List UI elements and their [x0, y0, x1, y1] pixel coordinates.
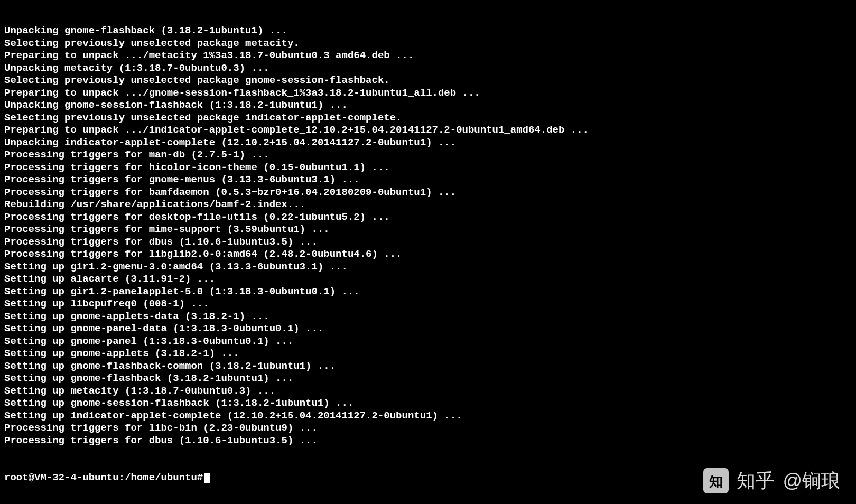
terminal-line: Setting up metacity (1:3.18.7-0ubuntu0.3…: [4, 385, 852, 398]
terminal-line: Selecting previously unselected package …: [4, 38, 852, 50]
terminal-line: Unpacking gnome-flashback (3.18.2-1ubunt…: [4, 25, 852, 38]
terminal-prompt: root@VM-32-4-ubuntu:/home/ubuntu#: [4, 472, 203, 484]
terminal-line: Setting up gnome-panel-data (1:3.18.3-0u…: [4, 323, 852, 335]
terminal-line: Setting up gir1.2-gmenu-3.0:amd64 (3.13.…: [4, 261, 852, 274]
watermark-author: @锏琅: [783, 474, 840, 487]
zhihu-logo-icon: 知: [703, 468, 729, 493]
terminal-line: Setting up gnome-flashback-common (3.18.…: [4, 360, 852, 373]
terminal-line: Setting up libcpufreq0 (008-1) ...: [4, 298, 852, 311]
terminal-line: Processing triggers for gnome-menus (3.1…: [4, 174, 852, 186]
watermark: 知 知乎 @锏琅: [703, 468, 840, 493]
terminal-line: Selecting previously unselected package …: [4, 112, 852, 125]
terminal-line: Processing triggers for dbus (1.10.6-1ub…: [4, 435, 852, 447]
terminal-line: Setting up gnome-applets-data (3.18.2-1)…: [4, 311, 852, 323]
terminal-line: Setting up gnome-panel (1:3.18.3-0ubuntu…: [4, 335, 852, 348]
terminal-line: Preparing to unpack .../indicator-applet…: [4, 124, 852, 137]
terminal-line: Processing triggers for desktop-file-uti…: [4, 211, 852, 224]
terminal-line: Setting up gir1.2-panelapplet-5.0 (1:3.1…: [4, 286, 852, 298]
terminal-line: Setting up gnome-applets (3.18.2-1) ...: [4, 348, 852, 360]
terminal-line: Unpacking gnome-session-flashback (1:3.1…: [4, 99, 852, 112]
terminal-line: Setting up alacarte (3.11.91-2) ...: [4, 273, 852, 286]
terminal-line: Processing triggers for libc-bin (2.23-0…: [4, 422, 852, 435]
terminal-cursor: [204, 473, 210, 483]
terminal-line: Setting up indicator-applet-complete (12…: [4, 410, 852, 423]
watermark-brand: 知乎: [737, 474, 775, 487]
terminal-line: Setting up gnome-flashback (3.18.2-1ubun…: [4, 372, 852, 385]
terminal-line: Processing triggers for bamfdaemon (0.5.…: [4, 186, 852, 199]
terminal-output[interactable]: Unpacking gnome-flashback (3.18.2-1ubunt…: [0, 0, 856, 497]
terminal-line: Setting up gnome-session-flashback (1:3.…: [4, 397, 852, 410]
terminal-line: Processing triggers for hicolor-icon-the…: [4, 162, 852, 174]
terminal-line: Processing triggers for man-db (2.7.5-1)…: [4, 149, 852, 162]
terminal-line: Unpacking metacity (1:3.18.7-0ubuntu0.3)…: [4, 62, 852, 75]
svg-text:知: 知: [709, 473, 723, 489]
terminal-line: Processing triggers for libglib2.0-0:amd…: [4, 248, 852, 261]
terminal-line: Preparing to unpack .../gnome-session-fl…: [4, 87, 852, 100]
terminal-line: Processing triggers for mime-support (3.…: [4, 223, 852, 236]
terminal-line: Unpacking indicator-applet-complete (12.…: [4, 137, 852, 150]
terminal-line: Rebuilding /usr/share/applications/bamf-…: [4, 199, 852, 211]
terminal-line: Preparing to unpack .../metacity_1%3a3.1…: [4, 50, 852, 62]
terminal-line: Processing triggers for dbus (1.10.6-1ub…: [4, 236, 852, 249]
terminal-line: Selecting previously unselected package …: [4, 74, 852, 87]
